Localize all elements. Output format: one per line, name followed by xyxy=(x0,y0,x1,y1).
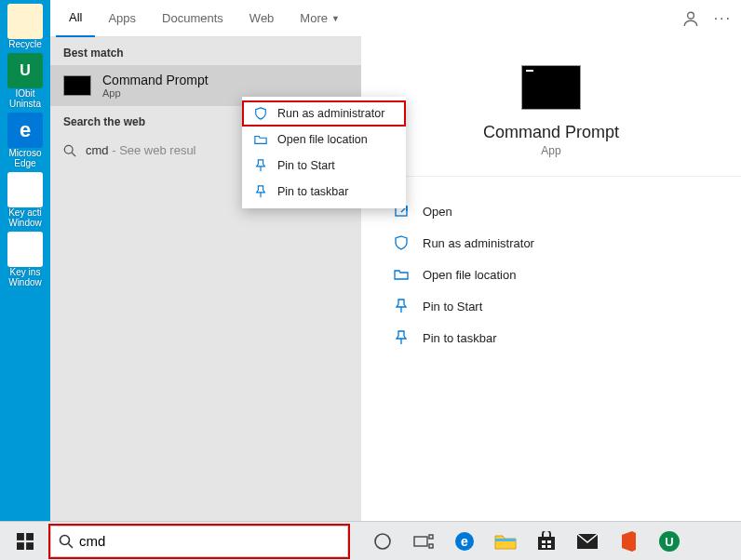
folder-icon xyxy=(393,266,410,283)
taskbar-search[interactable] xyxy=(50,526,348,557)
svg-point-8 xyxy=(61,535,70,544)
detail-title: Command Prompt xyxy=(361,123,741,142)
iobit-icon[interactable]: U xyxy=(655,527,683,555)
svg-rect-12 xyxy=(429,535,433,539)
cortana-icon[interactable] xyxy=(369,527,397,555)
folder-icon xyxy=(253,132,268,147)
start-button[interactable] xyxy=(0,522,50,561)
action-open[interactable]: Open xyxy=(389,195,713,227)
desktop-icon-iobit[interactable]: U IObit Uninsta xyxy=(6,53,45,109)
svg-rect-6 xyxy=(17,542,24,550)
tab-all[interactable]: All xyxy=(56,0,95,37)
tab-documents[interactable]: Documents xyxy=(149,0,236,37)
best-match-label: Best match xyxy=(50,37,361,65)
context-run-admin[interactable]: Run as administrator xyxy=(242,100,406,127)
pin-icon xyxy=(253,184,268,199)
detail-header: ··· xyxy=(361,0,741,37)
svg-line-9 xyxy=(69,543,74,548)
mail-icon[interactable] xyxy=(573,527,601,555)
best-match-title: Command Prompt xyxy=(102,73,209,87)
svg-rect-13 xyxy=(429,544,433,548)
svg-line-1 xyxy=(72,153,75,156)
shield-icon xyxy=(253,106,268,121)
svg-rect-17 xyxy=(538,537,555,550)
cmd-prompt-icon xyxy=(63,75,91,96)
desktop-icon-recycle[interactable]: Recycle xyxy=(6,4,45,49)
context-pin-start[interactable]: Pin to Start xyxy=(242,153,406,179)
pin-icon xyxy=(253,158,268,173)
search-results-panel: All Apps Documents Web More▼ Best match … xyxy=(50,0,361,521)
svg-rect-19 xyxy=(547,540,551,543)
svg-rect-21 xyxy=(547,545,551,548)
context-pin-taskbar[interactable]: Pin to taskbar xyxy=(242,179,406,205)
desktop-icon-keyacti[interactable]: Key acti Window xyxy=(6,172,45,228)
svg-text:e: e xyxy=(461,534,468,549)
pin-icon xyxy=(393,298,410,314)
tab-more[interactable]: More▼ xyxy=(287,0,353,37)
office-icon[interactable] xyxy=(614,527,642,555)
svg-point-10 xyxy=(375,534,390,549)
taskbar: e U xyxy=(0,521,741,560)
svg-rect-11 xyxy=(414,537,427,546)
svg-rect-5 xyxy=(26,533,34,540)
pin-icon xyxy=(393,329,410,346)
store-icon[interactable] xyxy=(532,527,560,555)
tab-web[interactable]: Web xyxy=(236,0,288,37)
user-icon[interactable] xyxy=(682,10,699,27)
svg-point-2 xyxy=(687,12,694,19)
chevron-down-icon: ▼ xyxy=(331,14,340,23)
explorer-icon[interactable] xyxy=(492,527,519,555)
action-run-admin[interactable]: Run as administrator xyxy=(389,227,713,259)
desktop: Recycle U IObit Uninsta e Microso Edge K… xyxy=(0,0,50,521)
search-icon xyxy=(63,144,76,157)
desktop-icon-keyins[interactable]: Key ins Window xyxy=(6,232,45,287)
more-icon[interactable]: ··· xyxy=(714,10,732,27)
svg-point-0 xyxy=(64,145,73,153)
context-open-location[interactable]: Open file location xyxy=(242,127,406,153)
svg-rect-16 xyxy=(495,539,516,541)
edge-icon[interactable]: e xyxy=(451,527,478,555)
svg-text:U: U xyxy=(665,535,673,549)
action-pin-taskbar[interactable]: Pin to taskbar xyxy=(389,322,713,353)
search-icon xyxy=(59,534,74,549)
desktop-icon-edge[interactable]: e Microso Edge xyxy=(6,113,45,168)
search-input[interactable] xyxy=(79,533,340,549)
context-menu: Run as administrator Open file location … xyxy=(242,97,406,208)
taskview-icon[interactable] xyxy=(410,527,438,555)
shield-icon xyxy=(393,234,410,251)
detail-panel: ··· Command Prompt App Open Run as admin… xyxy=(361,0,741,521)
best-match-subtitle: App xyxy=(102,87,209,99)
action-open-location[interactable]: Open file location xyxy=(389,259,713,290)
search-tabs: All Apps Documents Web More▼ xyxy=(50,0,361,37)
svg-rect-18 xyxy=(542,540,546,543)
action-pin-start[interactable]: Pin to Start xyxy=(389,290,713,322)
tab-apps[interactable]: Apps xyxy=(95,0,149,37)
detail-subtitle: App xyxy=(361,144,741,157)
svg-rect-7 xyxy=(26,542,34,550)
svg-rect-4 xyxy=(17,533,24,540)
svg-rect-20 xyxy=(542,545,546,548)
cmd-prompt-icon-large xyxy=(521,65,581,110)
